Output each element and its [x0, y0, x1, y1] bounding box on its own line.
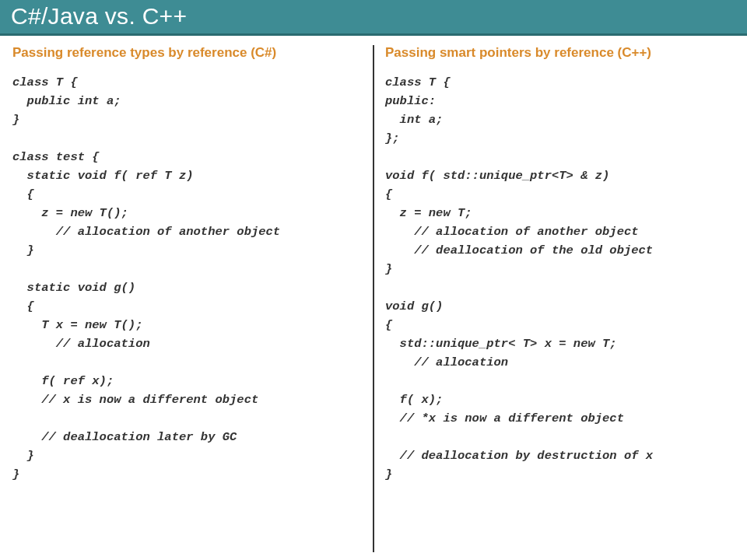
right-column: Passing smart pointers by reference (C++… — [374, 45, 735, 552]
right-heading: Passing smart pointers by reference (C++… — [385, 45, 735, 61]
left-heading: Passing reference types by reference (C#… — [12, 45, 362, 61]
right-code-block: class T { public: int a; }; void f( std:… — [385, 73, 735, 484]
slide-content: Passing reference types by reference (C#… — [0, 36, 747, 558]
slide-title: C#/Java vs. C++ — [0, 0, 747, 36]
left-column: Passing reference types by reference (C#… — [12, 45, 373, 552]
left-code-block: class T { public int a; } class test { s… — [12, 73, 362, 484]
